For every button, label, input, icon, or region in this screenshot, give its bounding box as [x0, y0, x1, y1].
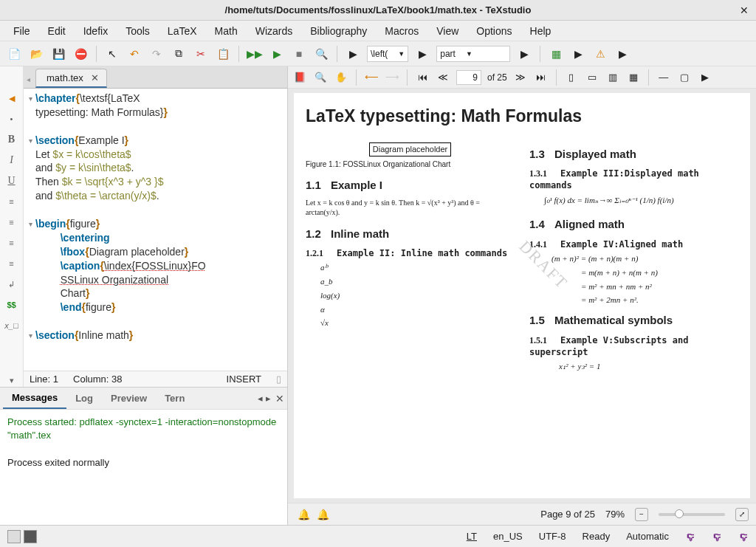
redo-icon[interactable]: ↷: [148, 46, 165, 62]
root-mode-label[interactable]: Automatic: [626, 531, 669, 542]
tab-terminal[interactable]: Tern: [156, 388, 193, 408]
app-status-bar: LT en_US UTF-8 Ready Automatic 🖓 🖓 🖓: [0, 525, 756, 547]
compile-icon[interactable]: ▶: [269, 46, 285, 62]
menu-options[interactable]: Options: [469, 22, 519, 40]
next3-icon[interactable]: ▶: [516, 46, 532, 62]
pdf-toolbar: 📕 🔍 ✋ ⟵ ⟶ ⏮ ≪ 9 of 25 ≫ ⏭ ▯ ▭ ▥ ▦ — ▢ ▶: [288, 66, 756, 89]
tab-close-icon[interactable]: ✕: [91, 72, 99, 83]
side-toolbar: ◀ • B I U ≡ ≡ ≡ ≡ ↲ $$ x_□ ▾: [0, 66, 24, 387]
table-icon[interactable]: ▦: [548, 46, 564, 62]
menu-macros[interactable]: Macros: [377, 22, 426, 40]
next-page-icon[interactable]: ≫: [513, 70, 528, 85]
cut-icon[interactable]: ✂: [193, 46, 209, 62]
paste-icon[interactable]: 📋: [215, 46, 231, 62]
language-label[interactable]: en_US: [493, 531, 523, 542]
next4-icon[interactable]: ▶: [570, 46, 586, 62]
zoom-tool-icon[interactable]: 🔍: [313, 70, 328, 85]
chevron-down-icon: ▼: [398, 50, 405, 58]
gutter-dot[interactable]: •: [0, 112, 23, 125]
menu-math[interactable]: Math: [207, 22, 245, 40]
bookmark2-icon[interactable]: 🖓: [712, 531, 722, 543]
align-right-icon[interactable]: ≡: [0, 236, 23, 250]
close-icon[interactable]: ✕: [740, 4, 749, 16]
nav-fwd-icon[interactable]: ⟶: [385, 70, 399, 85]
tab-messages[interactable]: Messages: [3, 388, 66, 409]
menu-edit[interactable]: Edit: [41, 22, 73, 40]
prev-page-icon[interactable]: ≪: [436, 70, 450, 85]
fit-width-icon[interactable]: —: [656, 70, 671, 85]
copy-icon[interactable]: ⧉: [171, 46, 187, 62]
next-placeholder-icon[interactable]: ▶: [345, 46, 361, 62]
gutter-back-icon[interactable]: ◀: [0, 92, 23, 105]
italic-icon[interactable]: I: [0, 154, 23, 167]
undo-icon[interactable]: ↶: [126, 46, 142, 62]
warning-icon[interactable]: ⚠: [592, 46, 608, 62]
zoom-fit-button[interactable]: ⤢: [735, 508, 749, 521]
menu-idefix[interactable]: Idefix: [76, 22, 115, 40]
menu-bibliography[interactable]: Bibliography: [303, 22, 374, 40]
subscript-icon[interactable]: x_□: [0, 319, 23, 332]
cursor-icon[interactable]: ↖: [104, 46, 120, 62]
tab-log[interactable]: Log: [66, 388, 102, 408]
zoom-out-button[interactable]: −: [635, 508, 648, 521]
menu-latex[interactable]: LaTeX: [160, 22, 205, 40]
new-file-icon[interactable]: 📄: [6, 46, 22, 62]
align-center-icon[interactable]: ≡: [0, 216, 23, 229]
menu-view[interactable]: View: [429, 22, 466, 40]
stop-icon[interactable]: ■: [291, 46, 307, 62]
status-mode: INSERT: [227, 374, 261, 385]
synctex-icon[interactable]: 🔔: [295, 506, 312, 523]
menu-tools[interactable]: Tools: [118, 22, 157, 40]
encoding-label[interactable]: UTF-8: [539, 531, 566, 542]
next5-icon[interactable]: ▶: [614, 46, 630, 62]
newline-icon[interactable]: ↲: [0, 278, 23, 291]
messages-close-icon[interactable]: ✕: [275, 393, 284, 405]
editor-tabbar: ◂ math.tex ✕: [24, 66, 287, 89]
bookmark1-icon[interactable]: 🖓: [685, 531, 695, 543]
fit-page-icon[interactable]: ▢: [677, 70, 692, 85]
menu-help[interactable]: Help: [523, 22, 559, 40]
page-number-input[interactable]: 9: [456, 70, 481, 85]
chevron-down-icon: ▼: [466, 50, 472, 58]
align-left-icon[interactable]: ≡: [0, 195, 23, 208]
ready-label: Ready: [583, 531, 611, 542]
layout1-icon[interactable]: [7, 530, 21, 543]
bookmark3-icon[interactable]: 🖓: [738, 531, 749, 543]
tabs-scroll-icons[interactable]: ◂ ▸: [258, 393, 271, 404]
first-page-icon[interactable]: ⏮: [415, 70, 430, 85]
gutter-expand-icon[interactable]: ▾: [0, 374, 23, 387]
next2-icon[interactable]: ▶: [414, 46, 430, 62]
layout2-icon[interactable]: [24, 530, 37, 543]
code-editor[interactable]: ▾\chapter{\textsf{LaTeX typesetting: Mat…: [24, 89, 287, 371]
zoom-slider[interactable]: [659, 513, 725, 516]
mathmode-icon[interactable]: $$: [0, 298, 23, 312]
open-file-icon[interactable]: 📂: [28, 46, 44, 62]
tab-math-tex[interactable]: math.tex ✕: [35, 69, 107, 88]
pdf-icon[interactable]: 📕: [292, 70, 307, 85]
bold-icon[interactable]: B: [0, 133, 23, 146]
tab-preview[interactable]: Preview: [102, 388, 156, 408]
two-page-icon[interactable]: ▥: [605, 70, 620, 85]
menu-file[interactable]: File: [6, 22, 38, 40]
synctex2-icon[interactable]: 🔔: [315, 506, 331, 523]
list-icon[interactable]: ≡: [0, 257, 23, 270]
build-run-icon[interactable]: ▶▶: [247, 46, 263, 62]
underline-icon[interactable]: U: [0, 174, 23, 188]
menu-wizards[interactable]: Wizards: [248, 22, 300, 40]
nav-back-icon[interactable]: ⟵: [364, 70, 379, 85]
hand-tool-icon[interactable]: ✋: [334, 70, 348, 85]
pdf-viewport[interactable]: LaTeX typesetting: Math Formulas DRAFT D…: [288, 89, 756, 503]
section-combo[interactable]: part ▼: [436, 46, 510, 62]
continuous-icon[interactable]: ▭: [585, 70, 599, 85]
save-icon[interactable]: 💾: [50, 46, 66, 62]
bracket-combo[interactable]: \left( ▼: [367, 46, 408, 62]
languagetool-label[interactable]: LT: [467, 531, 477, 542]
more-icon[interactable]: ▶: [698, 70, 712, 85]
close-file-icon[interactable]: ⛔: [72, 46, 89, 62]
grid-icon[interactable]: ▦: [626, 70, 641, 85]
tab-scroll-left[interactable]: ◂: [27, 75, 35, 88]
single-page-icon[interactable]: ▯: [564, 70, 579, 85]
last-page-icon[interactable]: ⏭: [534, 70, 549, 85]
view-pdf-icon[interactable]: 🔍: [313, 46, 329, 62]
status-overflow-icon[interactable]: ▯: [276, 374, 281, 385]
